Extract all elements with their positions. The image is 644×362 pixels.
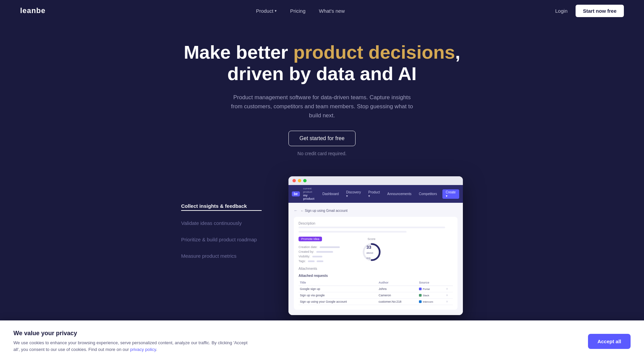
- table-row: Sign up using your Google account custom…: [299, 299, 453, 305]
- navbar: leanbe Product ▾ Pricing What's new Logi…: [0, 0, 644, 21]
- description-input: [299, 227, 445, 228]
- accept-all-button[interactable]: Accept all: [588, 334, 631, 349]
- maximize-icon: [303, 179, 307, 182]
- app-navbar: be current product my product Dashboard …: [288, 185, 463, 203]
- score-value: 33 above avg: [367, 245, 377, 260]
- description-input-2: [299, 231, 407, 233]
- start-now-button[interactable]: Start now free: [576, 5, 624, 17]
- requests-title: Attached requests: [299, 274, 453, 278]
- sidebar-item-prioritize[interactable]: Prioritize & build product roadmap: [181, 237, 262, 244]
- table-row: Google sign up Johns Portal ✕: [299, 286, 453, 292]
- description-label: Description: [299, 222, 453, 225]
- app-nav-dashboard[interactable]: Dashboard: [320, 191, 341, 197]
- delete-icon[interactable]: ✕: [446, 300, 448, 303]
- sidebar-item-validate[interactable]: Validate ideas continuously: [181, 220, 262, 227]
- delete-icon[interactable]: ✕: [446, 294, 448, 297]
- sidebar-item-measure[interactable]: Measure product metrics: [181, 253, 262, 260]
- app-form-area: Description Promote Idea Creation date:: [294, 217, 458, 310]
- feature-sidebar: Collect insights & feedback Validate ide…: [181, 176, 262, 260]
- slack-icon: [419, 294, 422, 297]
- table-row: Sign up via google Cameron Slack ✕: [299, 292, 453, 299]
- hero-subtitle: Product management software for data-dri…: [228, 93, 416, 120]
- score-circle: 33 above avg: [362, 242, 382, 262]
- minimize-icon: [298, 179, 301, 182]
- cookie-text: We use cookies to enhance your browsing …: [13, 340, 248, 353]
- nav-product[interactable]: Product ▾: [256, 8, 277, 14]
- app-titlebar: [288, 176, 463, 185]
- no-credit-card-note: No credit card required.: [7, 151, 637, 156]
- table-header-title: Title: [299, 280, 377, 286]
- app-nav-announcements[interactable]: Announcements: [385, 191, 413, 197]
- attachments-label: Attachments: [299, 267, 453, 270]
- app-screenshot: be current product my product Dashboard …: [288, 176, 463, 315]
- table-header-source: Source: [418, 280, 444, 286]
- app-nav-competitors[interactable]: Competitors: [417, 191, 439, 197]
- meta-tags: Tags:: [299, 259, 340, 263]
- app-form-left: Description Promote Idea Creation date:: [299, 222, 453, 305]
- table-header-actions: [444, 280, 453, 286]
- requests-table: Title Author Source Google sign up Johns: [299, 280, 453, 305]
- app-body: ← ← Sign up using Gmail account Descript…: [288, 203, 463, 315]
- portal-icon: [419, 288, 422, 290]
- table-header-author: Author: [377, 280, 418, 286]
- meta-created-by: Created by:: [299, 250, 340, 253]
- promote-badge-area: Promote Idea Creation date: Created by:: [299, 235, 340, 264]
- score-area: Score 33 above avg: [360, 237, 383, 262]
- nav-whats-new[interactable]: What's new: [319, 8, 345, 14]
- back-arrow-icon[interactable]: ←: [294, 208, 298, 213]
- get-started-button[interactable]: Get started for free: [288, 131, 356, 146]
- close-icon: [292, 179, 296, 182]
- chevron-down-icon: ▾: [275, 9, 277, 13]
- meta-visibility: Visibility:: [299, 255, 340, 258]
- logo[interactable]: leanbe: [20, 6, 46, 15]
- app-logo: be: [292, 191, 300, 196]
- cookie-banner: We value your privacy We use cookies to …: [0, 320, 644, 362]
- promote-badge: Promote Idea: [299, 237, 322, 241]
- login-button[interactable]: Login: [555, 8, 568, 14]
- cookie-title: We value your privacy: [13, 330, 248, 337]
- cookie-content: We value your privacy We use cookies to …: [13, 330, 248, 353]
- privacy-policy-link[interactable]: privacy policy: [130, 347, 156, 352]
- app-breadcrumb-row: ← ← Sign up using Gmail account: [294, 208, 458, 213]
- main-content: Collect insights & feedback Validate ide…: [0, 176, 644, 315]
- hero-title: Make better product decisions, driven by…: [7, 42, 637, 85]
- meta-creation-date: Creation date:: [299, 245, 340, 249]
- requests-section: Attached requests Title Author Source: [299, 274, 453, 305]
- nav-actions: Login Start now free: [555, 5, 624, 17]
- delete-icon[interactable]: ✕: [446, 287, 448, 291]
- hero-section: Make better product decisions, driven by…: [0, 21, 644, 170]
- app-create-button[interactable]: Create ▾: [442, 189, 459, 199]
- intercom-icon: [419, 300, 422, 303]
- app-nav-product[interactable]: Product ▾: [366, 189, 382, 199]
- nav-pricing[interactable]: Pricing: [290, 8, 306, 14]
- nav-links: Product ▾ Pricing What's new: [256, 8, 345, 14]
- app-nav-discovery[interactable]: Discovery ▾: [344, 189, 363, 199]
- sidebar-item-collect[interactable]: Collect insights & feedback: [181, 203, 262, 211]
